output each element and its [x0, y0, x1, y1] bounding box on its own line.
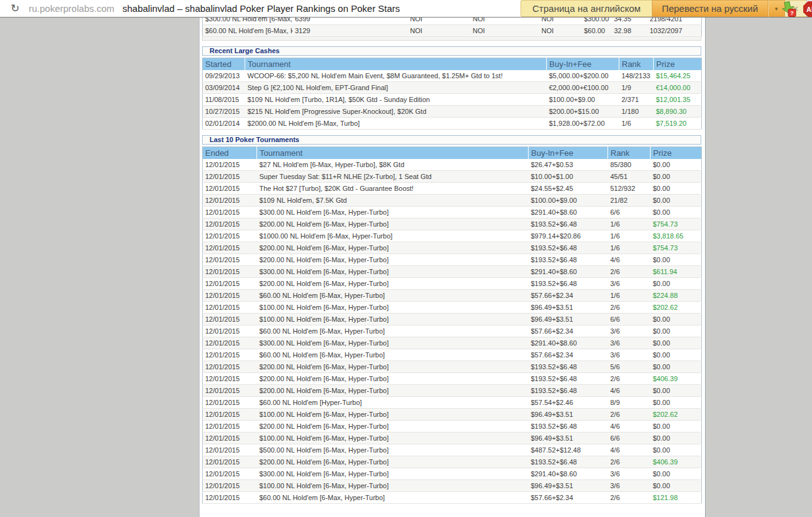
tournament-link[interactable]: $215 NL Hold'em [Progressive Super-Knock… — [245, 106, 547, 118]
noi-link[interactable]: NOI — [408, 18, 470, 25]
date-cell: 12/01/2015 — [203, 266, 257, 278]
column-header-rank: Rank — [608, 147, 651, 159]
tournament-link[interactable]: $200.00 NL Hold'em [6-Max, Hyper-Turbo] — [257, 373, 529, 385]
tournament-link[interactable]: $60.00 NL Hold'em [6-Max, Hyper-Turbo] — [257, 349, 529, 361]
noi-link[interactable]: NOI — [539, 18, 582, 25]
table-header-row: Ended Tournament Buy-In+Fee Rank Prize — [203, 147, 702, 159]
tournament-link[interactable]: $200.00 NL Hold'em [6-Max, Hyper-Turbo] — [257, 242, 529, 254]
date-cell: 12/01/2015 — [203, 314, 257, 325]
prize-cell: $0.00 — [651, 468, 702, 480]
prize-cell: $0.00 — [651, 314, 702, 325]
prize-cell: $0.00 — [651, 397, 702, 409]
rank-cell: 3/6 — [608, 278, 651, 290]
buyin-fee-cell: $96.49+$3.51 — [529, 433, 608, 444]
game-type-cell: $60.00 NL Hold'em [6-Max, Hyper-Turbo] — [203, 25, 293, 37]
buyin-fee-cell: $57.66+$2.34 — [529, 290, 608, 302]
tournament-link[interactable]: $300.00 NL Hold'em [6-Max, Hyper-Turbo] — [257, 337, 529, 349]
reload-icon[interactable]: ↻ — [9, 2, 21, 15]
tournament-link[interactable]: $60.00 NL Hold'em [Hyper-Turbo] — [257, 397, 529, 409]
tournament-link[interactable]: $100.00 NL Hold'em [6-Max, Hyper-Turbo] — [257, 302, 529, 314]
date-cell: 12/01/2015 — [203, 290, 257, 302]
date-cell: 12/01/2015 — [203, 207, 257, 218]
rank-cell: 512/932 — [608, 183, 651, 195]
table-row: 12/01/2015 $60.00 NL Hold'em [6-Max, Hyp… — [203, 492, 702, 504]
tournament-link[interactable]: $1000.00 NL Hold'em [6-Max, Hyper-Turbo] — [257, 230, 529, 242]
prize-cell: $0.00 — [651, 171, 702, 183]
column-header-tournament: Tournament — [245, 58, 547, 70]
adblock-icon[interactable]: AB — [803, 1, 812, 19]
tournament-link[interactable]: $109 NL Hold'em, $7.5K Gtd — [257, 195, 529, 207]
page-language-button[interactable]: Страница на английском — [520, 0, 652, 17]
tournament-link[interactable]: $200.00 NL Hold'em [6-Max, Hyper-Turbo] — [257, 385, 529, 397]
rank-cell: 2/6 — [608, 266, 651, 278]
table-row: 12/01/2015 $300.00 NL Hold'em [6-Max, Hy… — [203, 266, 702, 278]
tournament-link[interactable]: $200.00 NL Hold'em [6-Max, Hyper-Turbo] — [257, 361, 529, 373]
table-header-row: Started Tournament Buy-In+Fee Rank Prize — [203, 58, 702, 70]
prize-cell: $611.94 — [651, 266, 702, 278]
tournament-link[interactable]: $200.00 NL Hold'em [6-Max, Hyper-Turbo] — [257, 421, 529, 433]
date-cell: 10/27/2015 — [203, 106, 245, 118]
tournament-link[interactable]: $2000.00 NL Hold'em [6-Max, Turbo] — [245, 118, 547, 130]
tournament-link[interactable]: $300.00 NL Hold'em [6-Max, Hyper-Turbo] — [257, 266, 529, 278]
tournament-link[interactable]: Step G [€2,100 NL Hold'em, EPT-Grand Fin… — [245, 82, 547, 94]
date-cell: 12/01/2015 — [203, 325, 257, 337]
tournament-link[interactable]: $200.00 NL Hold'em [6-Max, Hyper-Turbo] — [257, 254, 529, 266]
tournament-link[interactable]: $27 NL Hold'em [6-Max, Hyper-Turbo], $8K… — [257, 159, 529, 171]
noi-link[interactable]: NOI — [408, 25, 470, 37]
tournament-link[interactable]: $100.00 NL Hold'em [6-Max, Hyper-Turbo] — [257, 433, 529, 444]
prize-cell: $406.39 — [651, 373, 702, 385]
date-cell: 12/01/2015 — [203, 218, 257, 230]
prize-cell: $15,464.25 — [654, 70, 702, 82]
tournament-link[interactable]: $60.00 NL Hold'em [6-Max, Hyper-Turbo] — [257, 325, 529, 337]
table-row: 12/01/2015 $300.00 NL Hold'em [6-Max, Hy… — [203, 207, 702, 218]
tournament-link[interactable]: WCOOP-66: $5,200 NL Hold'em Main Event, … — [245, 70, 547, 82]
tournament-link[interactable]: $200.00 NL Hold'em [6-Max, Hyper-Turbo] — [257, 278, 529, 290]
tournament-link[interactable]: The Hot $27 [Turbo], $20K Gtd - Guarante… — [257, 183, 529, 195]
table-row: $300.00 NL Hold'em [6-Max, Hyper-Turbo] … — [203, 18, 702, 25]
address-bar-domain[interactable]: ru.pokerprolabs.com — [29, 3, 114, 14]
date-cell: 12/01/2015 — [203, 456, 257, 468]
prize-cell: $7,519.20 — [654, 118, 702, 130]
rank-cell: 1/9 — [619, 82, 654, 94]
tournament-link[interactable]: $109 NL Hold'em [Turbo, 1R1A], $50K Gtd … — [245, 94, 547, 106]
game-type-cell: $300.00 NL Hold'em [6-Max, Hyper-Turbo] — [203, 18, 293, 25]
prize-cell: $754.73 — [651, 218, 702, 230]
tournament-link[interactable]: Super Tuesday Sat: $11+R NLHE [2x-Turbo]… — [257, 171, 529, 183]
date-cell: 12/01/2015 — [203, 468, 257, 480]
tournament-link[interactable]: $200.00 NL Hold'em [6-Max, Hyper-Turbo] — [257, 218, 529, 230]
prize-cell: $0.00 — [651, 207, 702, 218]
tournament-link[interactable]: $300.00 NL Hold'em [6-Max, Hyper-Turbo] — [257, 207, 529, 218]
rank-cell: 2/371 — [619, 94, 654, 106]
table-row: 12/01/2015 Super Tuesday Sat: $11+R NLHE… — [203, 171, 702, 183]
buyin-fee-cell: $291.40+$8.60 — [529, 266, 608, 278]
tournament-link[interactable]: $100.00 NL Hold'em [6-Max, Hyper-Turbo] — [257, 314, 529, 325]
date-cell: 12/01/2015 — [203, 433, 257, 444]
date-cell: 11/08/2015 — [203, 94, 245, 106]
tournament-link[interactable]: $60.00 NL Hold'em [6-Max, Hyper-Turbo] — [257, 290, 529, 302]
rank-cell: 3/6 — [608, 325, 651, 337]
prize-cell: $0.00 — [651, 183, 702, 195]
buyin-fee-cell: $96.49+$3.51 — [529, 409, 608, 421]
translate-bar: Страница на английском Перевести на русс… — [520, 0, 812, 17]
tournament-link[interactable]: $100.00 NL Hold'em [6-Max, Hyper-Turbo] — [257, 409, 529, 421]
tournament-link[interactable]: $200.00 NL Hold'em [6-Max, Hyper-Turbo] — [257, 456, 529, 468]
tournament-link[interactable]: $100.00 NL Hold'em [6-Max, Hyper-Turbo] — [257, 480, 529, 492]
noi-link[interactable]: NOI — [539, 25, 582, 37]
svg-text:?: ? — [790, 10, 794, 16]
rank-cell: 2/6 — [608, 456, 651, 468]
table-row: 12/01/2015 $109 NL Hold'em, $7.5K Gtd $1… — [203, 195, 702, 207]
rank-cell: 85/380 — [608, 159, 651, 171]
noi-link[interactable]: NOI — [470, 18, 539, 25]
date-cell: 12/01/2015 — [203, 242, 257, 254]
date-cell: 12/01/2015 — [203, 230, 257, 242]
tournament-link[interactable]: $300.00 NL Hold'em [6-Max, Hyper-Turbo] — [257, 468, 529, 480]
buyin-fee-cell: $57.54+$2.46 — [529, 397, 608, 409]
download-arrow-icon[interactable]: ? — [780, 1, 797, 20]
tournament-link[interactable]: $60.00 NL Hold'em [6-Max, Hyper-Turbo] — [257, 492, 529, 504]
translate-button[interactable]: Перевести на русский — [652, 0, 768, 17]
prize-cell: $202.62 — [651, 409, 702, 421]
tournament-link[interactable]: $500.00 NL Hold'em [6-Max, Hyper-Turbo] — [257, 444, 529, 456]
rank-cell: 2/6 — [608, 409, 651, 421]
noi-link[interactable]: NOI — [470, 25, 539, 37]
rank-cell: 1/6 — [608, 290, 651, 302]
